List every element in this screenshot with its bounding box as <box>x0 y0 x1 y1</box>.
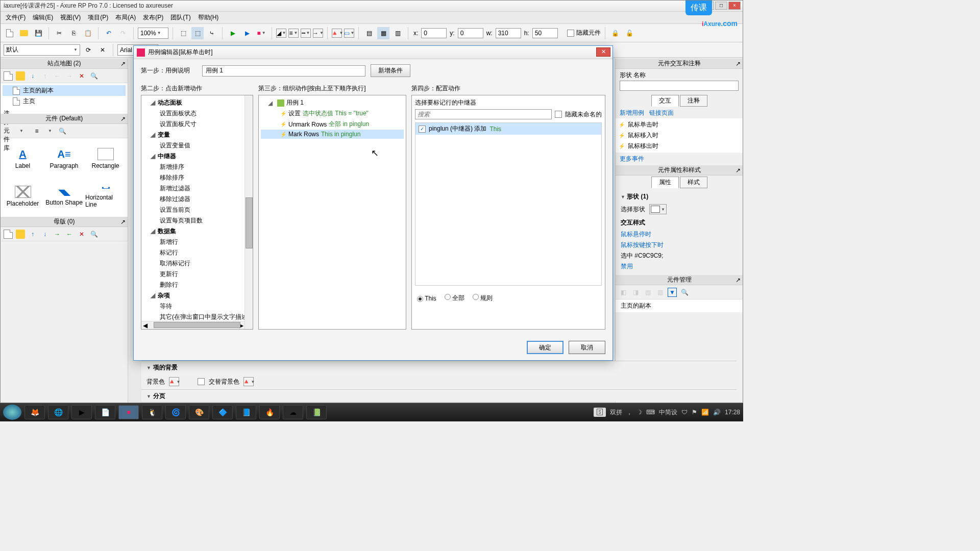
widget-placeholder[interactable]: Placeholder <box>3 178 43 215</box>
tab-interactions[interactable]: 交互 <box>651 95 679 107</box>
connector-icon[interactable]: ⤷ <box>206 27 218 39</box>
menu-arrange[interactable]: 布局(A) <box>112 12 139 23</box>
axure-taskbar-icon[interactable]: ■ <box>118 405 139 419</box>
selected-style[interactable]: 选中 #C9C9C9; <box>621 251 738 261</box>
fill-color-icon[interactable]: ◢▼ <box>276 29 286 38</box>
widget-options-icon[interactable]: ≡ <box>32 127 41 136</box>
add-folder-icon[interactable] <box>16 71 25 81</box>
ok-button[interactable]: 确定 <box>527 341 564 354</box>
tray-shield-icon[interactable]: 🛡 <box>681 409 688 416</box>
task-app-1[interactable]: ▶ <box>71 405 92 419</box>
hide-unnamed-checkbox[interactable] <box>555 111 562 118</box>
select-mode-icon[interactable]: ⬚ <box>177 27 189 39</box>
style-select[interactable]: 默认▼ <box>4 44 80 56</box>
widget-paragraph[interactable]: A≡Paragraph <box>44 140 84 177</box>
radio-rule[interactable]: 规则 <box>473 294 493 303</box>
widget-rectangle[interactable]: Rectangle <box>85 140 126 177</box>
mouse-hover-style[interactable]: 鼠标悬停时 <box>621 229 738 240</box>
tray-flag-icon[interactable]: ⚑ <box>692 409 697 416</box>
save-icon[interactable]: 💾 <box>32 27 44 39</box>
case-node-root[interactable]: ◢用例 1 <box>261 97 404 108</box>
action-set-panel-state[interactable]: 设置面板状态 <box>143 108 251 119</box>
x-input[interactable] <box>421 28 447 38</box>
action-set-panel-size[interactable]: 设置面板尺寸 <box>143 119 251 130</box>
ime-mode[interactable]: 双拼 <box>610 408 622 417</box>
add-master-folder-icon[interactable] <box>16 230 25 239</box>
radio-all[interactable]: 全部 <box>445 294 464 303</box>
indent-icon[interactable]: → <box>65 71 74 81</box>
page-node[interactable]: 主页的副本 <box>3 85 126 96</box>
action-unmark-row[interactable]: 取消标记行 <box>143 258 251 269</box>
add-case-link[interactable]: 新增用例 <box>620 109 644 117</box>
close-button[interactable]: × <box>728 2 741 10</box>
task-app-2[interactable]: 📄 <box>95 405 115 419</box>
task-app-6[interactable]: 📘 <box>236 405 256 419</box>
align-center-icon[interactable]: ▦ <box>377 27 389 39</box>
generate-icon[interactable]: ■▼ <box>255 27 267 39</box>
select-contained-icon[interactable]: ⬚ <box>191 27 204 39</box>
mgmt-search-icon[interactable]: 🔍 <box>680 288 689 297</box>
open-icon[interactable] <box>18 27 30 39</box>
tray-volume-icon[interactable]: 🔊 <box>713 409 721 416</box>
dialog-close-button[interactable]: ✕ <box>596 47 610 57</box>
search-widgets-icon[interactable]: 🔍 <box>58 127 67 136</box>
bg-fill-icon[interactable]: 🔺▼ <box>332 29 342 38</box>
action-wait[interactable]: 等待 <box>143 301 251 312</box>
start-button[interactable] <box>3 405 21 420</box>
preview-icon[interactable]: ▶ <box>227 27 239 39</box>
qq-icon[interactable]: 🐧 <box>142 405 162 419</box>
menu-edit[interactable]: 编辑(E) <box>30 12 56 23</box>
more-events-link[interactable]: 更多事件 <box>616 153 743 165</box>
tab-properties[interactable]: 属性 <box>651 177 679 188</box>
task-app-8[interactable]: ☁ <box>283 405 303 419</box>
cut-icon[interactable]: ✂ <box>53 27 65 39</box>
y-input[interactable] <box>458 28 483 38</box>
actions-tree[interactable]: ◢动态面板 设置面板状态 设置面板尺寸 ◢变量 设置变量值 ◢中继器 新增排序 … <box>141 95 253 329</box>
shape-name-input[interactable] <box>620 81 739 91</box>
align-right-icon[interactable]: ▥ <box>391 27 404 39</box>
publish-icon[interactable]: ▶ <box>241 27 253 39</box>
mgmt-icon4[interactable]: ▥ <box>655 288 665 297</box>
master-right-icon[interactable]: → <box>53 230 62 239</box>
mgmt-icon2[interactable]: ◨ <box>631 288 640 297</box>
mouse-down-style[interactable]: 鼠标按键按下时 <box>621 240 738 251</box>
widget-label[interactable]: ALabel <box>3 140 43 177</box>
menu-file[interactable]: 文件(F) <box>3 12 29 23</box>
action-items-per-page[interactable]: 设置每页项目数 <box>143 215 251 226</box>
search-sitemap-icon[interactable]: 🔍 <box>89 71 99 81</box>
master-down-icon[interactable]: ↓ <box>40 230 50 239</box>
widget-library-select[interactable]: 选择元件库 <box>4 127 13 136</box>
menu-team[interactable]: 团队(T) <box>167 12 193 23</box>
master-up-icon[interactable]: ↑ <box>28 230 37 239</box>
action-remove-sort[interactable]: 移除排序 <box>143 172 251 183</box>
reset-style-icon[interactable]: ✕ <box>96 44 109 56</box>
menu-view[interactable]: 视图(V) <box>57 12 84 23</box>
page-node[interactable]: 主页 <box>3 96 126 107</box>
ime-punct-icon[interactable]: ， <box>626 408 632 417</box>
case-action-unmark[interactable]: ⚡Unmark Rows 全部 in pinglun <box>261 119 404 130</box>
arrow-style-icon[interactable]: →▼ <box>313 29 323 38</box>
mgmt-icon3[interactable]: ▤ <box>643 288 652 297</box>
add-master-icon[interactable] <box>4 230 13 239</box>
task-app-9[interactable]: 📗 <box>306 405 327 419</box>
outdent-icon[interactable]: ← <box>53 71 62 81</box>
actions-hscroll[interactable]: ◀▶ <box>141 321 244 329</box>
bgcolor-picker[interactable]: 🔺▼ <box>169 377 179 386</box>
link-page-link[interactable]: 链接页面 <box>649 109 674 117</box>
move-up-icon[interactable]: ↑ <box>40 71 50 81</box>
radio-this[interactable]: This <box>417 295 436 302</box>
event-onclick[interactable]: ⚡鼠标单击时 <box>617 119 742 130</box>
tab-style[interactable]: 样式 <box>680 177 707 188</box>
line-pattern-icon[interactable]: ┅▼ <box>301 29 311 38</box>
redo-icon[interactable]: ↷ <box>117 27 129 39</box>
action-new-filter[interactable]: 新增过滤器 <box>143 183 251 194</box>
firefox-icon[interactable]: 🦊 <box>24 405 45 419</box>
task-app-5[interactable]: 🔷 <box>212 405 233 419</box>
hide-widgets-checkbox[interactable] <box>567 30 574 37</box>
unlock-icon[interactable]: 🔓 <box>624 27 636 39</box>
task-app-3[interactable]: 🌀 <box>165 405 186 419</box>
master-search-icon[interactable]: 🔍 <box>89 230 99 239</box>
case-tree[interactable]: ◢用例 1 ⚡设置 选中状态值 This = "true" ⚡Unmark Ro… <box>259 95 406 141</box>
paste-icon[interactable]: 📋 <box>82 27 94 39</box>
repeater-search-input[interactable] <box>415 109 552 119</box>
